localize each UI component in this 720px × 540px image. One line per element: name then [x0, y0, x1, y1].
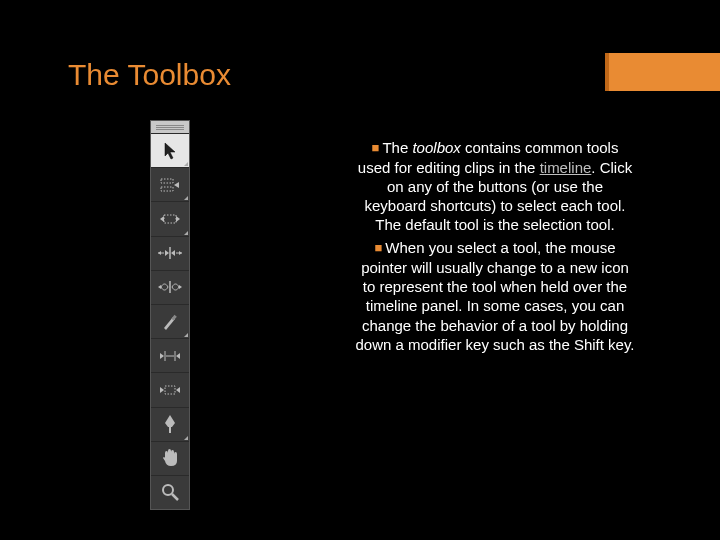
zoom-tool[interactable] [151, 475, 189, 509]
accent-bar [605, 53, 720, 91]
timeline-link[interactable]: timeline [540, 159, 592, 176]
paragraph-2: ■When you select a tool, the mouse point… [355, 238, 635, 354]
text: When you select a tool, the mouse pointe… [355, 239, 634, 352]
svg-point-13 [163, 485, 173, 495]
rolling-edit-tool[interactable] [151, 236, 189, 270]
razor-tool[interactable] [151, 304, 189, 338]
hand-tool[interactable] [151, 441, 189, 475]
slip-tool[interactable] [151, 338, 189, 372]
bullet-icon: ■ [372, 140, 380, 155]
svg-rect-1 [161, 187, 173, 191]
bullet-icon: ■ [375, 240, 383, 255]
rate-stretch-tool[interactable] [151, 270, 189, 304]
svg-rect-2 [164, 215, 176, 223]
svg-rect-11 [165, 386, 175, 394]
selection-tool[interactable] [151, 133, 189, 167]
ripple-edit-tool[interactable] [151, 201, 189, 235]
page-title: The Toolbox [68, 58, 231, 92]
slide-tool[interactable] [151, 372, 189, 406]
paragraph-1: ■The toolbox contains common tools used … [355, 138, 635, 234]
text: The [382, 139, 412, 156]
svg-rect-0 [161, 179, 173, 183]
body-text: ■The toolbox contains common tools used … [355, 138, 635, 358]
toolbox-grip-icon [151, 121, 189, 133]
track-select-tool[interactable] [151, 167, 189, 201]
pen-tool[interactable] [151, 407, 189, 441]
toolbox-panel [150, 120, 190, 510]
italic-text: toolbox [412, 139, 460, 156]
svg-line-14 [172, 494, 178, 500]
